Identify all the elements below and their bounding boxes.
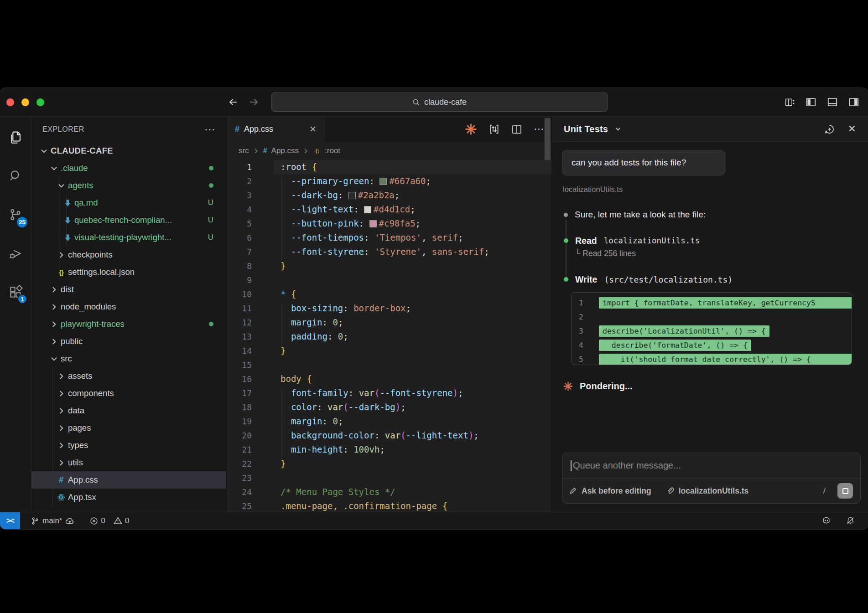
breadcrumb-file[interactable]: App.css <box>271 146 299 155</box>
git-untracked-badge: U <box>208 198 213 207</box>
diff-line: 4 describe('formatDate', () => { <box>572 338 852 352</box>
line-number: 23 <box>227 471 263 485</box>
tree-item-node-modules[interactable]: node_modules <box>31 298 226 315</box>
traffic-lights <box>6 88 44 116</box>
tree-item-dist[interactable]: dist <box>31 281 226 298</box>
command-center-search[interactable]: claude-cafe <box>271 93 608 112</box>
slash-command-hint[interactable]: / <box>823 486 826 496</box>
tree-item-utils[interactable]: utils <box>31 454 226 471</box>
line-number: 25 <box>227 499 263 512</box>
explorer-more-actions-icon[interactable]: ⋯ <box>204 127 215 132</box>
diff-line: 1import { formatDate, translateKey, getC… <box>572 296 852 310</box>
chevron-down-icon[interactable] <box>614 125 622 133</box>
editor-group: # App.css ✕ ⋯ <box>227 117 551 512</box>
tree-item-agents[interactable]: agents <box>31 177 226 194</box>
close-window-button[interactable] <box>6 98 14 106</box>
tree-item-label: CLAUDE-CAFE <box>51 146 113 156</box>
message-input[interactable]: Queue another message... <box>562 453 860 479</box>
git-untracked-badge: U <box>208 216 213 225</box>
back-arrow-icon[interactable] <box>227 96 239 108</box>
sidebar-item-search[interactable] <box>0 156 31 195</box>
tree-item-label: checkpoints <box>68 250 113 260</box>
react-file-icon <box>55 493 67 501</box>
pencil-icon <box>569 487 577 495</box>
code-line: 19 margin: 0; <box>227 414 551 428</box>
scm-badge: 25 <box>16 216 28 228</box>
tree-item-visual-testing-playwright-[interactable]: visual-testing-playwright...U <box>31 229 226 246</box>
branch-status[interactable]: main* <box>31 516 74 525</box>
css-file-icon: # <box>235 124 239 134</box>
tab-app-css[interactable]: # App.css ✕ <box>227 117 325 142</box>
tree-item-playwright-traces[interactable]: playwright-traces <box>31 315 226 333</box>
code-line: 20 background-color: var(--light-text); <box>227 428 551 443</box>
tree-item-src[interactable]: src <box>31 350 226 367</box>
tree-item--claude[interactable]: .claude <box>31 160 226 177</box>
permission-mode-label[interactable]: Ask before editing <box>582 486 651 496</box>
tool-bullet-icon <box>564 238 568 243</box>
line-number: 5 <box>227 216 263 231</box>
split-editor-icon[interactable] <box>511 124 522 135</box>
claude-code-icon[interactable] <box>465 123 477 135</box>
new-chat-icon[interactable] <box>824 124 835 135</box>
sidebar-item-run-debug[interactable] <box>0 234 31 273</box>
tree-item-label: App.css <box>68 475 98 485</box>
copilot-icon[interactable] <box>821 516 831 525</box>
tree-item-checkpoints[interactable]: checkpoints <box>31 246 226 263</box>
sidebar-item-explorer[interactable] <box>0 118 31 156</box>
code-text: --dark-bg: #2a2b2a; <box>263 188 400 202</box>
tree-item-qa-md[interactable]: qa.mdU <box>31 194 226 211</box>
tree-item-assets[interactable]: assets <box>31 367 226 385</box>
problems-status[interactable]: 0 0 <box>90 516 129 525</box>
stop-button[interactable] <box>837 483 853 499</box>
write-tool-row[interactable]: Write (src/test/localization.ts) <box>562 273 733 286</box>
write-label: Write <box>575 274 597 285</box>
read-detail: └ Read 256 lines <box>575 249 636 258</box>
tree-item-quebec-french-complian-[interactable]: quebec-french-complian...U <box>31 211 226 229</box>
tree-item-claude-cafe[interactable]: CLAUDE-CAFE <box>31 142 226 160</box>
tree-item-label: components <box>68 388 114 398</box>
code-line: 12 margin: 0; <box>227 315 551 330</box>
close-panel-icon[interactable]: ✕ <box>848 123 856 135</box>
md-file-icon <box>62 216 73 224</box>
toggle-panel-icon[interactable] <box>826 96 838 108</box>
code-line: 22} <box>227 457 551 471</box>
panel-title: Unit Tests <box>564 124 608 134</box>
forward-arrow-icon[interactable] <box>248 96 260 108</box>
diff-added-text: describe('formatDate', () => { <box>599 340 751 351</box>
tree-item-data[interactable]: data <box>31 402 226 419</box>
code-line: 21 min-height: 100vh; <box>227 443 551 457</box>
editor-more-actions-icon[interactable]: ⋯ <box>534 123 544 135</box>
code-text: box-sizing: border-box; <box>263 301 411 315</box>
notifications-muted-icon[interactable] <box>846 516 855 525</box>
remote-indicator[interactable]: >< <box>0 512 20 529</box>
toggle-primary-sidebar-icon[interactable] <box>805 96 817 108</box>
minimize-window-button[interactable] <box>21 98 29 106</box>
attached-file-label[interactable]: localizationUtils.ts <box>679 486 749 496</box>
toggle-secondary-sidebar-icon[interactable] <box>848 96 860 108</box>
tree-item-label: utils <box>68 458 83 468</box>
diff-code-block[interactable]: 1import { formatDate, translateKey, getC… <box>571 292 852 365</box>
tree-item-label: settings.local.json <box>68 267 135 277</box>
tree-item-types[interactable]: types <box>31 437 226 454</box>
tree-item-app-css[interactable]: #App.css <box>31 471 226 489</box>
tree-item-settings-local-json[interactable]: {}settings.local.json <box>31 263 226 281</box>
tree-item-public[interactable]: public <box>31 333 226 350</box>
breadcrumb-symbol[interactable]: :root <box>325 146 340 155</box>
open-changes-icon[interactable] <box>489 124 500 135</box>
maximize-window-button[interactable] <box>36 98 44 106</box>
sidebar-item-extensions[interactable]: 1 <box>0 273 31 311</box>
claude-chat-panel: Unit Tests ✕ can you add tests for this … <box>551 117 868 512</box>
read-tool-row[interactable]: Read localizationUtils.ts <box>562 234 700 247</box>
sidebar-item-source-control[interactable]: 25 <box>0 195 31 234</box>
tree-item-components[interactable]: components <box>31 385 226 402</box>
tree-item-pages[interactable]: pages <box>31 419 226 437</box>
breadcrumbs[interactable]: src # App.css :root <box>227 142 551 160</box>
code-text: background-color: var(--light-text); <box>263 428 479 443</box>
customize-layout-icon[interactable] <box>784 97 795 108</box>
chat-input-box[interactable]: Queue another message... Ask before edit… <box>562 453 861 504</box>
editor-scrollbar[interactable] <box>545 118 551 160</box>
code-area[interactable]: 1:root {2 --primary-green: #667a60;3 --d… <box>227 160 551 512</box>
breadcrumb-src[interactable]: src <box>239 146 249 155</box>
close-tab-icon[interactable]: ✕ <box>309 124 317 134</box>
tree-item-app-tsx[interactable]: App.tsx <box>31 489 226 506</box>
